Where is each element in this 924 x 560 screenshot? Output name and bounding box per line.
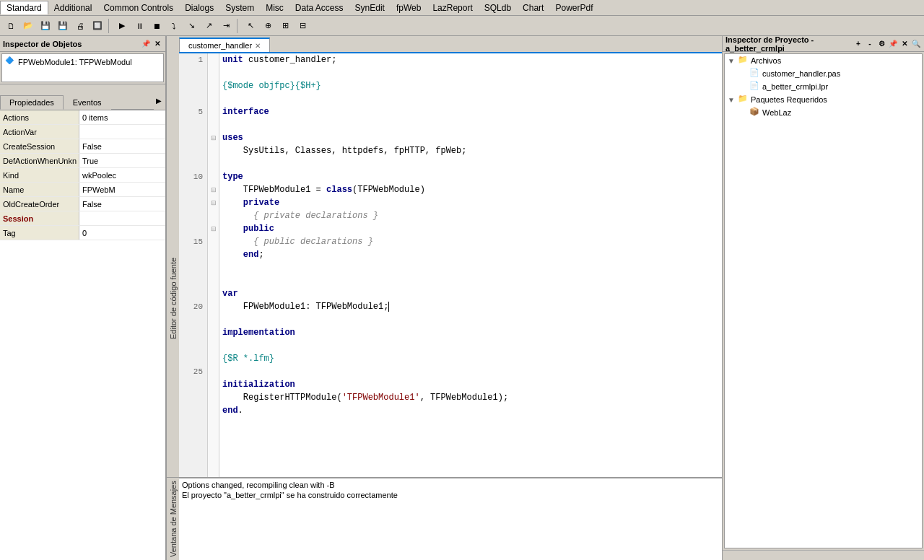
object-tree-item[interactable]: 🔷 FPWebModule1: TFPWebModul xyxy=(4,56,162,69)
property-value[interactable]: False xyxy=(79,142,165,151)
step-out-button[interactable]: ↗ xyxy=(201,18,217,34)
menu-misc[interactable]: Misc xyxy=(260,1,289,14)
props-expand-icon[interactable]: ▶ xyxy=(154,95,164,105)
cursor-tool[interactable]: ↖ xyxy=(243,18,258,34)
fold-indicator xyxy=(208,352,219,365)
print-button[interactable]: 🖨 xyxy=(72,18,88,34)
inspector-close-icon[interactable]: ✕ xyxy=(152,39,162,49)
project-remove-icon[interactable]: - xyxy=(865,39,875,49)
project-tree-scrollbar-h[interactable] xyxy=(723,550,924,560)
property-value[interactable]: wkPoolec xyxy=(79,171,165,180)
preview-button[interactable]: 🔲 xyxy=(90,18,105,34)
step-in-button[interactable]: ↘ xyxy=(183,18,199,34)
save-all-button[interactable]: 💾 xyxy=(55,18,71,34)
tree-file-icon: 📁 xyxy=(738,55,749,66)
menu-fpweb[interactable]: fpWeb xyxy=(391,1,427,14)
property-row[interactable]: OldCreateOrderFalse xyxy=(0,197,165,211)
project-tree-item[interactable]: ▼📁Archivos xyxy=(725,54,922,67)
property-value[interactable]: FPWebM xyxy=(79,185,165,194)
menu-powerpdf[interactable]: PowerPdf xyxy=(549,1,598,14)
open-button[interactable]: 📂 xyxy=(20,18,36,34)
project-tree: ▼📁Archivos 📄customer_handler.pas 📄a_bett… xyxy=(724,53,923,548)
menu-common-controls[interactable]: Common Controls xyxy=(97,1,179,14)
project-search-icon[interactable]: 🔍 xyxy=(911,39,921,49)
property-name: ActionVar xyxy=(0,125,79,139)
object-tree-scrollbar[interactable] xyxy=(0,84,165,94)
menu-standard[interactable]: Standard xyxy=(0,1,48,14)
tool1[interactable]: ⊕ xyxy=(260,18,276,34)
menu-additional[interactable]: Additional xyxy=(48,1,98,14)
tab-eventos[interactable]: Eventos xyxy=(64,95,111,110)
menu-data-access[interactable]: Data Access xyxy=(289,1,349,14)
fold-indicator[interactable]: ⊟ xyxy=(208,222,219,235)
project-add-icon[interactable]: + xyxy=(853,39,863,49)
line-number xyxy=(179,196,207,209)
property-row[interactable]: Actions0 items xyxy=(0,110,165,125)
tree-item-label: a_better_crmlpi.lpr xyxy=(762,82,828,91)
property-row[interactable]: Session xyxy=(0,211,165,226)
project-settings-icon[interactable]: ⚙ xyxy=(876,39,886,49)
tool2[interactable]: ⊞ xyxy=(277,18,293,34)
project-tree-item[interactable]: 📦WebLaz xyxy=(725,106,922,119)
tree-expand-icon[interactable]: ▼ xyxy=(728,57,736,65)
pause-button[interactable]: ⏸ xyxy=(131,18,147,34)
code-content[interactable]: unit customer_handler;{$mode objfpc}{$H+… xyxy=(219,53,722,544)
line-numbers: 1510152025 xyxy=(179,53,208,544)
property-value[interactable]: False xyxy=(79,200,165,209)
code-line: unit customer_handler; xyxy=(222,53,719,66)
menu-lazreport[interactable]: LazReport xyxy=(427,1,478,14)
menu-sqldb[interactable]: SQLdb xyxy=(479,1,517,14)
new-button[interactable]: 🗋 xyxy=(3,18,19,34)
menu-system[interactable]: System xyxy=(219,1,260,14)
property-row[interactable]: DefActionWhenUnknTrue xyxy=(0,154,165,168)
property-value[interactable]: True xyxy=(79,157,165,165)
code-token-kw: var xyxy=(222,289,238,299)
project-tree-item[interactable]: 📄a_better_crmlpi.lpr xyxy=(725,80,922,93)
tree-expand-icon[interactable]: ▼ xyxy=(728,96,736,104)
property-value[interactable]: 0 items xyxy=(79,113,165,122)
stop-button[interactable]: ⏹ xyxy=(149,18,165,34)
project-pin-icon[interactable]: 📌 xyxy=(888,39,898,49)
property-row[interactable]: CreateSessionFalse xyxy=(0,139,165,154)
fold-indicator xyxy=(208,144,219,157)
fold-indicator xyxy=(208,261,219,274)
project-tree-item[interactable]: 📄customer_handler.pas xyxy=(725,67,922,80)
property-name: DefActionWhenUnkn xyxy=(0,154,79,167)
run-to-cursor-button[interactable]: ⇥ xyxy=(218,18,234,34)
menu-chart[interactable]: Chart xyxy=(517,1,549,14)
tool3[interactable]: ⊟ xyxy=(295,18,310,34)
property-row[interactable]: Tag0 xyxy=(0,226,165,240)
property-row[interactable]: NameFPWebM xyxy=(0,183,165,197)
tab-close-icon[interactable]: ✕ xyxy=(255,42,261,50)
inspector-title: Inspector de Objetos xyxy=(3,40,82,48)
line-number xyxy=(179,339,207,352)
code-token-directive: {$R *.lfm} xyxy=(222,354,274,364)
step-over-button[interactable]: ⤵ xyxy=(166,18,182,34)
tab-propiedades[interactable]: Propiedades xyxy=(0,95,64,110)
file-tab-customer-handler[interactable]: customer_handler ✕ xyxy=(179,38,270,52)
property-row[interactable]: ActionVar xyxy=(0,125,165,139)
property-value[interactable]: 0 xyxy=(79,229,165,237)
code-token-comment: { private declarations } xyxy=(222,211,378,221)
save-button[interactable]: 💾 xyxy=(38,18,53,34)
run-button[interactable]: ▶ xyxy=(114,18,130,34)
property-row[interactable]: KindwkPoolec xyxy=(0,168,165,183)
inspector-pin-icon[interactable]: 📌 xyxy=(141,39,151,49)
menu-dialogs[interactable]: Dialogs xyxy=(179,1,219,14)
line-number: 10 xyxy=(179,170,207,183)
code-token-kw: uses xyxy=(222,133,243,143)
line-number xyxy=(179,144,207,157)
line-number xyxy=(179,274,207,287)
project-inspector-header: Inspector de Proyecto - a_better_crmlpi … xyxy=(723,36,924,52)
fold-indicator[interactable]: ⊟ xyxy=(208,183,219,196)
project-close-icon[interactable]: ✕ xyxy=(899,39,910,49)
fold-indicator[interactable]: ⊟ xyxy=(208,196,219,209)
code-token-string: 'TFPWebModule1' xyxy=(342,393,420,403)
menu-synedit[interactable]: SynEdit xyxy=(349,1,391,14)
code-line: TFPWebModule1 = class(TFPWebModule) xyxy=(222,183,719,196)
fold-indicator[interactable]: ⊟ xyxy=(208,131,219,144)
code-line: FPWebModule1: TFPWebModule1; xyxy=(222,300,719,313)
toolbar-main: 🗋 📂 💾 💾 🖨 🔲 ▶ ⏸ ⏹ ⤵ ↘ ↗ ⇥ ↖ ⊕ ⊞ ⊟ xyxy=(0,16,924,36)
fold-indicator xyxy=(208,365,219,378)
project-tree-item[interactable]: ▼📁Paquetes Requeridos xyxy=(725,93,922,106)
